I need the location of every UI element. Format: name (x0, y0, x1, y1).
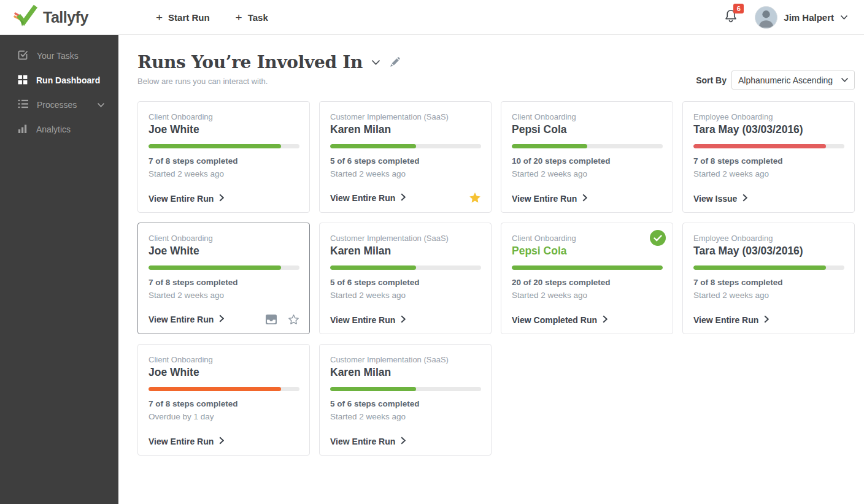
view-run-link[interactable]: View Entire Run (330, 437, 406, 446)
run-card[interactable]: Customer Implementation (SaaS) Karen Mil… (319, 223, 492, 334)
progress-bar (512, 144, 663, 148)
view-run-link[interactable]: View Entire Run (148, 315, 224, 324)
run-process-name: Client Onboarding (148, 234, 299, 243)
view-run-label: View Issue (693, 194, 737, 204)
run-title: Tara May (03/03/2016) (693, 123, 844, 136)
view-run-label: View Entire Run (693, 315, 758, 325)
top-bar: Tallyfy + Start Run + Task 6 (0, 0, 864, 35)
run-card[interactable]: Client Onboarding Pepsi Cola 10 of 20 st… (501, 101, 673, 213)
dashboard-grid-icon (18, 75, 28, 86)
sidebar-item-processes[interactable]: Processes (0, 93, 118, 117)
completed-check-badge (650, 230, 666, 246)
run-steps-completed: 20 of 20 steps completed (512, 278, 663, 287)
notifications-button[interactable]: 6 (724, 9, 738, 26)
run-card[interactable]: Employee Onboarding Tara May (03/03/2016… (682, 101, 855, 213)
run-title: Joe White (148, 123, 299, 136)
tallyfy-check-logo-icon (14, 4, 39, 30)
run-card[interactable]: Customer Implementation (SaaS) Karen Mil… (319, 344, 492, 456)
run-steps-completed: 7 of 8 steps completed (148, 399, 299, 408)
progress-bar-fill (512, 265, 663, 270)
run-steps-completed: 5 of 6 steps completed (330, 278, 481, 287)
new-task-button[interactable]: + Task (236, 12, 268, 23)
sidebar-item-analytics[interactable]: Analytics (0, 117, 118, 142)
view-run-link[interactable]: View Issue (693, 194, 747, 204)
view-run-link[interactable]: View Entire Run (512, 194, 587, 204)
main-content: Runs You’re Involved In Below are runs y… (118, 35, 864, 504)
chevron-right-icon (219, 437, 224, 446)
run-steps-completed: 10 of 20 steps completed (512, 156, 663, 166)
run-process-name: Customer Implementation (SaaS) (330, 112, 481, 121)
chevron-right-icon (401, 437, 406, 446)
user-name: Jim Halpert (784, 12, 834, 23)
view-run-link[interactable]: View Entire Run (330, 193, 406, 203)
run-title: Pepsi Cola (512, 245, 663, 258)
progress-bar-fill (330, 265, 416, 270)
user-menu[interactable]: Jim Halpert (755, 6, 848, 29)
run-steps-completed: 7 of 8 steps completed (693, 278, 844, 287)
sort-select-wrap: Alphanumeric Ascending (731, 71, 855, 90)
run-status-text: Started 2 weeks ago (512, 291, 663, 300)
sidebar-item-your-tasks[interactable]: Your Tasks (0, 44, 118, 68)
sort-select[interactable]: Alphanumeric Ascending (731, 71, 855, 90)
run-status-text: Started 2 weeks ago (512, 169, 663, 178)
run-status-text: Started 2 weeks ago (148, 291, 299, 300)
run-status-text: Started 2 weeks ago (330, 412, 481, 421)
task-label: Task (248, 12, 268, 23)
run-title: Pepsi Cola (512, 123, 663, 136)
run-card[interactable]: Employee Onboarding Tara May (03/03/2016… (682, 223, 855, 334)
run-title: Karen Milan (330, 245, 481, 258)
sidebar-item-run-dashboard[interactable]: Run Dashboard (0, 68, 118, 93)
view-run-link[interactable]: View Entire Run (693, 315, 769, 325)
progress-bar (330, 265, 481, 270)
run-steps-completed: 7 of 8 steps completed (148, 156, 299, 166)
favorite-star-outline-icon[interactable] (288, 314, 299, 325)
notification-count-badge: 6 (733, 4, 744, 13)
progress-bar-fill (693, 265, 826, 270)
run-card[interactable]: Client Onboarding Joe White 7 of 8 steps… (137, 344, 310, 456)
run-process-name: Customer Implementation (SaaS) (330, 234, 481, 243)
progress-bar (693, 265, 844, 270)
bar-chart-icon (18, 124, 28, 136)
bell-icon (724, 15, 738, 25)
run-status-text: Started 2 weeks ago (693, 169, 844, 178)
progress-bar (148, 265, 299, 270)
progress-bar-fill (693, 144, 826, 148)
run-status-text: Started 2 weeks ago (693, 291, 844, 300)
run-card[interactable]: Client Onboarding Joe White 7 of 8 steps… (137, 101, 310, 213)
sidebar-item-label: Run Dashboard (36, 75, 100, 85)
run-title: Karen Milan (330, 366, 481, 379)
view-run-label: View Entire Run (512, 194, 577, 204)
chevron-down-icon (97, 100, 105, 110)
view-run-label: View Completed Run (512, 315, 597, 325)
run-steps-completed: 5 of 6 steps completed (330, 399, 481, 408)
sidebar-item-label: Processes (37, 100, 77, 110)
start-run-button[interactable]: + Start Run (156, 12, 210, 23)
view-run-label: View Entire Run (148, 315, 214, 324)
avatar (755, 6, 777, 29)
sidebar-item-label: Analytics (36, 124, 71, 134)
view-run-label: View Entire Run (330, 193, 395, 203)
archive-icon[interactable] (265, 314, 277, 325)
run-card[interactable]: Customer Implementation (SaaS) Karen Mil… (319, 101, 492, 213)
progress-bar-fill (148, 144, 281, 148)
run-card[interactable]: Client Onboarding Joe White 7 of 8 steps… (137, 223, 310, 334)
progress-bar-fill (512, 144, 587, 148)
progress-bar (330, 387, 481, 391)
progress-bar-fill (148, 265, 281, 270)
title-dropdown-chevron-icon[interactable] (371, 59, 380, 66)
favorite-star-filled-icon[interactable] (469, 192, 481, 204)
run-process-name: Client Onboarding (148, 112, 299, 121)
run-card[interactable]: Client Onboarding Pepsi Cola 20 of 20 st… (501, 223, 673, 334)
view-run-link[interactable]: View Entire Run (330, 315, 406, 325)
view-run-link[interactable]: View Entire Run (148, 194, 224, 204)
run-status-text: Started 2 weeks ago (330, 169, 481, 178)
tallyfy-logo[interactable]: Tallyfy (14, 4, 128, 30)
progress-bar (693, 144, 844, 148)
edit-title-pencil-icon[interactable] (389, 56, 401, 68)
run-status-text: Overdue by 1 day (148, 412, 299, 421)
chevron-right-icon (764, 315, 769, 325)
plus-icon: + (156, 12, 163, 23)
runs-grid: Client Onboarding Joe White 7 of 8 steps… (137, 101, 855, 456)
view-run-link[interactable]: View Entire Run (148, 437, 224, 446)
view-run-link[interactable]: View Completed Run (512, 315, 608, 325)
